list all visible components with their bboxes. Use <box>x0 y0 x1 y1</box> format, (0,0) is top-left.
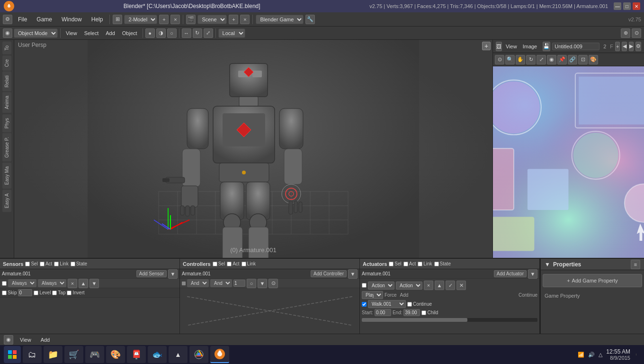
menu-help[interactable]: Help <box>88 15 107 24</box>
tex-pin-icon[interactable]: 📌 <box>557 55 567 64</box>
act-link-check[interactable] <box>418 262 422 266</box>
sensors-state-check[interactable] <box>71 262 75 266</box>
orientation-select[interactable]: Local <box>218 28 245 38</box>
tex-rotate-icon[interactable]: ↻ <box>526 55 536 64</box>
prev-image-icon[interactable]: ◀ <box>622 42 626 51</box>
bottom-view-icon[interactable]: ◉ <box>4 335 13 345</box>
ctrl-icon2[interactable]: ▼ <box>258 279 267 288</box>
viewport-icon[interactable]: ◉ <box>3 28 12 38</box>
next-image-icon[interactable]: ▶ <box>629 42 634 51</box>
view-icon[interactable]: ⚙ <box>3 15 12 24</box>
ctrl-value[interactable] <box>233 280 245 287</box>
bottom-view-label[interactable]: View <box>17 336 34 344</box>
tex-uv-icon[interactable]: ◉ <box>547 55 556 64</box>
taskbar-mail[interactable]: 📮 <box>127 346 146 363</box>
select-menu[interactable]: Select <box>81 29 102 37</box>
actuator-action-select2[interactable]: Action <box>396 282 422 290</box>
remove-scene-icon[interactable]: × <box>240 15 250 24</box>
tab-create[interactable]: Cre <box>2 55 11 71</box>
act-act-check[interactable] <box>403 262 408 266</box>
close-button[interactable]: ✕ <box>633 2 640 10</box>
tab-animation[interactable]: Anima <box>2 92 11 113</box>
actuator-action-select1[interactable]: Action <box>368 282 394 290</box>
tab-tools[interactable]: To <box>2 42 11 55</box>
tex-zoom-icon[interactable]: 🔍 <box>505 55 515 64</box>
save-icon[interactable]: 💾 <box>543 42 550 51</box>
mode-select[interactable]: Object Mode <box>14 28 58 38</box>
act-up-icon[interactable]: ▲ <box>435 281 444 290</box>
prop-menu-icon[interactable]: ≡ <box>631 260 640 269</box>
proportional-icon[interactable]: ⊙ <box>632 28 641 38</box>
texture-filename[interactable]: Untitled.009 <box>552 43 599 50</box>
texture-view-label[interactable]: View <box>504 43 519 50</box>
sensor-type-select[interactable]: Always <box>8 279 36 287</box>
continue-check[interactable] <box>407 302 412 307</box>
viewport-add-button[interactable]: + <box>482 42 491 50</box>
tab-grease[interactable]: Grease P. <box>2 133 11 162</box>
sensors-sel-check[interactable] <box>25 262 30 266</box>
desktop-btn[interactable] <box>636 354 640 355</box>
add-workspace-icon[interactable]: + <box>159 15 169 24</box>
actuator-play-select[interactable]: Play <box>362 291 383 299</box>
workspace-select[interactable]: 2-Model <box>124 15 157 24</box>
tab-easymaterials[interactable]: Easy Ma <box>2 163 11 189</box>
engine-select[interactable]: Blender Game <box>256 15 304 24</box>
ctrl-link-check[interactable] <box>242 262 246 266</box>
remove-workspace-icon[interactable]: × <box>170 15 180 24</box>
and-select1[interactable]: And <box>187 279 209 287</box>
and-select2[interactable]: And <box>210 279 232 287</box>
ctrl-act-check[interactable] <box>227 262 232 266</box>
tex-move-icon[interactable]: ✋ <box>516 55 525 64</box>
tex-stitch-icon[interactable]: 🔗 <box>568 55 577 64</box>
tex-select-icon[interactable]: ⊡ <box>578 55 588 64</box>
workspace-icon[interactable]: ⊞ <box>113 15 122 24</box>
taskbar-blender[interactable] <box>210 346 229 363</box>
rotate-icon[interactable]: ↻ <box>193 28 202 38</box>
scene-select[interactable]: Scene <box>197 15 227 24</box>
tab-relations[interactable]: Relati <box>2 72 11 91</box>
sensor-del-icon[interactable]: × <box>68 279 77 288</box>
tap-check[interactable] <box>52 291 57 295</box>
menu-file[interactable]: File <box>14 15 31 24</box>
sensor-check1[interactable] <box>2 281 7 286</box>
invert-check[interactable] <box>67 291 72 295</box>
act-state-check[interactable] <box>434 262 439 266</box>
act-menu-icon[interactable]: ▼ <box>528 269 537 279</box>
tab-physics[interactable]: Phys <box>2 114 11 132</box>
add-scene-icon[interactable]: + <box>229 15 238 24</box>
texture-view-icon[interactable]: 🖼 <box>496 42 502 51</box>
end-value[interactable] <box>403 309 420 316</box>
start-button[interactable] <box>4 346 21 363</box>
skip-value[interactable] <box>18 289 32 296</box>
taskbar-app6[interactable]: 🐟 <box>148 346 167 363</box>
sensors-menu-icon[interactable]: ▼ <box>168 269 178 279</box>
taskbar-chrome[interactable] <box>189 346 208 363</box>
sensors-act-check[interactable] <box>40 262 45 266</box>
taskbar-store[interactable]: 🛒 <box>64 346 83 363</box>
level-check[interactable] <box>34 291 38 295</box>
taskbar-explorer[interactable]: 🗂 <box>23 346 42 363</box>
sensor-type-select2[interactable]: Always <box>38 279 66 287</box>
sensors-act-label[interactable]: Act <box>40 261 52 266</box>
taskbar-files[interactable]: 📁 <box>44 346 63 363</box>
maximize-button[interactable]: □ <box>623 2 631 10</box>
act-x-icon[interactable]: ✕ <box>456 281 466 290</box>
object-menu[interactable]: Object <box>119 29 140 37</box>
walk-check[interactable] <box>362 302 367 307</box>
minimize-button[interactable]: — <box>614 2 621 10</box>
sensors-state-label[interactable]: State <box>71 261 87 266</box>
add-controller-button[interactable]: Add Controller <box>311 270 347 277</box>
snap-icon[interactable]: ⊕ <box>621 28 630 38</box>
walk-action-select[interactable]: Walk.001 <box>368 300 406 308</box>
view-menu[interactable]: View <box>63 29 80 37</box>
ctrl-icon1[interactable]: ○ <box>247 279 256 288</box>
viewport-3d[interactable]: User Persp <box>14 40 492 258</box>
tex-view-icon[interactable]: ⊙ <box>495 55 504 64</box>
add-image-icon[interactable]: + <box>615 42 620 51</box>
ctrl-menu-icon[interactable]: ▼ <box>348 269 358 279</box>
menu-window[interactable]: Window <box>58 15 86 24</box>
scale-icon[interactable]: ⤢ <box>204 28 213 38</box>
sensor-up-icon[interactable]: ▲ <box>79 279 88 288</box>
engine-settings-icon[interactable]: 🔧 <box>305 15 315 24</box>
render-icon[interactable]: ● <box>145 28 155 38</box>
